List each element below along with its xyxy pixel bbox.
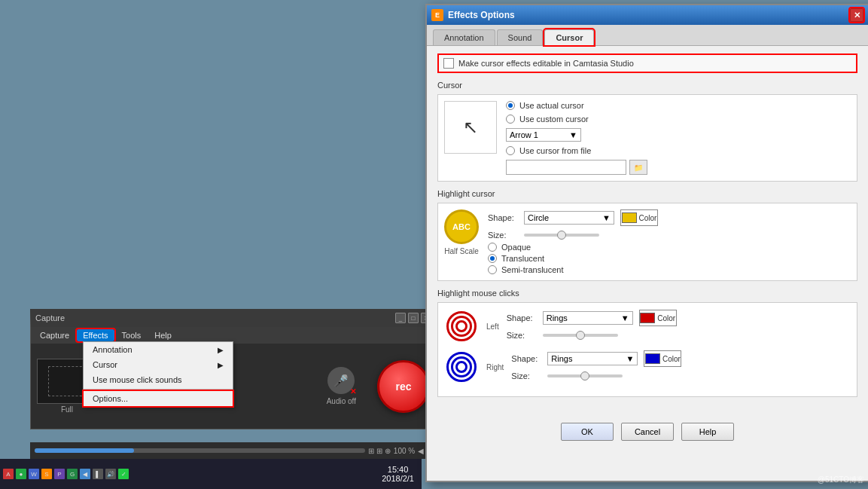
cancel-button[interactable]: Cancel xyxy=(621,423,674,441)
translucent-row: Translucent xyxy=(488,254,851,263)
percent-icons: ⊞ ⊞ ⊕ xyxy=(368,447,391,455)
highlight-circle-icon: ABC xyxy=(444,209,479,244)
left-size-slider[interactable] xyxy=(543,334,618,337)
tab-cursor[interactable]: Cursor xyxy=(544,29,594,45)
right-size-slider[interactable] xyxy=(547,374,623,377)
right-size-row: Size: xyxy=(511,371,851,381)
menu-annotation[interactable]: Annotation ▶ xyxy=(84,342,233,357)
cursor-arrow-icon: ↖ xyxy=(463,117,478,138)
menu-tools[interactable]: Tools xyxy=(116,329,148,341)
taskbar-date: 2018/2/1 xyxy=(382,474,414,483)
right-shape-row: Shape: Rings ▼ Color xyxy=(511,350,851,367)
highlight-shape-select[interactable]: Circle ▼ xyxy=(524,211,614,225)
capture-preview-inner xyxy=(48,366,86,396)
half-scale-label: Half Scale xyxy=(444,247,479,255)
make-cursor-checkbox[interactable] xyxy=(443,58,454,69)
use-cursor-file-row: Use cursor from file xyxy=(506,146,647,155)
clicks-section: Left Shape: Rings ▼ Color xyxy=(437,302,857,397)
use-actual-cursor-label: Use actual cursor xyxy=(519,101,584,110)
menu-options[interactable]: Options... xyxy=(84,391,233,406)
full-label: Full xyxy=(61,405,73,414)
highlight-size-slider[interactable] xyxy=(524,234,599,237)
left-shape-select[interactable]: Rings ▼ xyxy=(543,311,633,325)
menu-cursor[interactable]: Cursor ▶ xyxy=(84,357,233,372)
make-cursor-row: Make cursor effects editable in Camtasia… xyxy=(437,53,857,73)
opaque-radio[interactable] xyxy=(488,243,497,252)
tab-sound[interactable]: Sound xyxy=(497,29,544,45)
dialog-tabs: Annotation Sound Cursor xyxy=(427,25,868,46)
custom-cursor-select[interactable]: Arrow 1 ▼ xyxy=(506,128,581,142)
translucent-radio[interactable] xyxy=(488,254,497,263)
tab-annotation[interactable]: Annotation xyxy=(433,29,495,45)
left-size-thumb xyxy=(576,331,585,340)
left-size-row: Size: xyxy=(507,331,851,340)
right-shape-value: Rings xyxy=(551,354,572,363)
rec-button[interactable]: rec xyxy=(377,360,430,413)
custom-cursor-arrow-icon: ▼ xyxy=(569,130,577,139)
right-click-label: Right xyxy=(486,363,504,371)
cursor-section: ↖ Use actual cursor Use custom cursor Ar… xyxy=(437,94,857,182)
menu-help[interactable]: Help xyxy=(148,329,178,341)
clicks-section-label: Highlight mouse clicks xyxy=(437,289,857,298)
menu-mouse-click-sounds[interactable]: Use mouse click sounds xyxy=(84,372,233,387)
audio-off-label: Audio off xyxy=(327,397,356,405)
right-color-button[interactable]: Color xyxy=(644,350,681,367)
dialog-titlebar: E Effects Options ✕ xyxy=(427,5,868,25)
capture-titlebar: Capture _ □ ✕ xyxy=(31,309,436,327)
bottom-tools: ⊞ ⊞ ⊕ 100 % ◀ ▶ xyxy=(368,447,432,455)
menu-capture[interactable]: Capture xyxy=(34,329,75,341)
effects-dropdown-menu: Annotation ▶ Cursor ▶ Use mouse click so… xyxy=(83,341,233,407)
use-custom-cursor-radio[interactable] xyxy=(506,115,515,124)
tray-icon-8[interactable]: ▌ xyxy=(93,469,103,479)
dialog-close-button[interactable]: ✕ xyxy=(850,8,863,22)
help-button[interactable]: Help xyxy=(681,423,734,441)
dialog-content: Make cursor effects editable in Camtasia… xyxy=(427,46,868,412)
tray-icon-9[interactable]: 🔊 xyxy=(105,469,116,479)
highlight-color-swatch xyxy=(622,212,637,223)
tray-icon-6[interactable]: G xyxy=(67,469,78,479)
left-color-button[interactable]: Color xyxy=(639,310,677,326)
use-cursor-file-radio[interactable] xyxy=(506,146,515,155)
tray-icon-10[interactable]: ✓ xyxy=(118,469,129,479)
menu-effects[interactable]: Effects xyxy=(77,329,114,341)
highlight-preview: ABC Half Scale xyxy=(444,209,479,255)
annotation-arrow: ▶ xyxy=(218,346,224,354)
tray-icon-7[interactable]: ◀ xyxy=(80,469,90,479)
semi-translucent-row: Semi-translucent xyxy=(488,265,851,274)
tray-icon-3[interactable]: W xyxy=(29,469,39,479)
browse-button[interactable]: 📁 xyxy=(629,160,647,175)
mic-icon: 🎤 xyxy=(327,367,355,394)
left-shape-arrow: ▼ xyxy=(621,313,629,322)
cursor-file-input[interactable] xyxy=(506,160,626,175)
tray-icon-2[interactable]: ● xyxy=(16,469,26,479)
watermark: @51CTO博客 xyxy=(818,475,864,485)
taskbar-clock: 15:40 2018/2/1 xyxy=(382,465,419,483)
cursor-label: Cursor xyxy=(93,360,117,369)
maximize-button[interactable]: □ xyxy=(408,313,419,323)
progress-bar xyxy=(35,448,365,453)
right-shape-select[interactable]: Rings ▼ xyxy=(547,352,638,365)
right-color-label: Color xyxy=(662,355,681,363)
minimize-button[interactable]: _ xyxy=(395,313,406,323)
right-size-thumb xyxy=(580,371,589,381)
highlight-shape-arrow: ▼ xyxy=(602,213,611,222)
semi-translucent-radio[interactable] xyxy=(488,265,497,274)
tray-icon-1[interactable]: A xyxy=(3,469,14,479)
highlight-preview-label: ABC xyxy=(452,222,471,231)
tray-icon-5[interactable]: P xyxy=(54,469,65,479)
translucent-label: Translucent xyxy=(501,254,544,263)
highlight-color-button[interactable]: Color xyxy=(620,209,658,226)
right-color-swatch xyxy=(645,353,660,364)
highlight-shape-label: Shape: xyxy=(488,213,518,222)
use-actual-cursor-radio[interactable] xyxy=(506,101,515,110)
ok-button[interactable]: OK xyxy=(561,423,614,441)
dialog-title: Effects Options xyxy=(448,10,845,20)
annotation-label: Annotation xyxy=(93,345,132,354)
right-shape-arrow: ▼ xyxy=(626,354,634,363)
progress-fill xyxy=(35,448,134,453)
highlight-color-label: Color xyxy=(639,214,657,222)
zoom-label: 100 % xyxy=(394,447,415,455)
highlight-size-label: Size: xyxy=(488,231,518,240)
effects-dialog: E Effects Options ✕ Annotation Sound Cur… xyxy=(425,4,868,482)
tray-icon-4[interactable]: S xyxy=(41,469,52,479)
